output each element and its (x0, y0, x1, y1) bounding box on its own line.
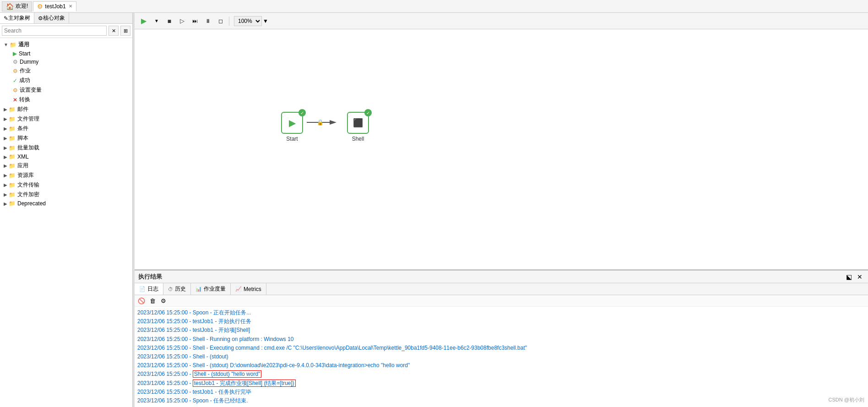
folder-icon-repo: 📁 (9, 172, 16, 179)
wf-node-start-icon: ▶ ✓ (281, 112, 303, 134)
run-dropdown-button[interactable]: ▼ (151, 16, 162, 27)
log-line-2: 2023/12/06 15:25:00 - testJob1 - 开始项[She… (137, 326, 865, 335)
welcome-icon: 🏠 (6, 3, 14, 10)
log-line-8: 2023/12/06 15:25:00 - testJob1 - 完成作业项[S… (137, 379, 865, 388)
sidebar-tab-main[interactable]: ✎ 主对象树 (0, 13, 34, 23)
tree-label-zuoye: 作业 (20, 67, 31, 75)
log-delete-btn[interactable]: 🗑 (148, 297, 157, 305)
tree-item-xml[interactable]: ▶ 📁 XML (0, 153, 132, 161)
arrow-filemanage: ▶ (4, 116, 7, 121)
step-button[interactable]: ⏭ (190, 16, 201, 27)
search-expand-button[interactable]: ⊞ (120, 26, 130, 36)
folder-icon-script: 📁 (9, 135, 16, 142)
log-content[interactable]: 2023/12/06 15:25:00 - Spoon - 正在开始任务... … (135, 307, 868, 407)
search-clear-button[interactable]: ✕ (108, 26, 119, 36)
tab-job[interactable]: ⚙ testJob1 ✕ (33, 1, 76, 11)
history-tab-icon: ⏱ (168, 286, 173, 292)
preview-button[interactable]: ▷ (177, 16, 188, 27)
log-settings-btn[interactable]: ⚙ (159, 297, 168, 305)
tree-item-start[interactable]: ▶ Start (0, 50, 132, 58)
log-clear-btn[interactable]: 🚫 (137, 297, 146, 305)
tree-label-success: 成功 (19, 77, 30, 84)
transform-icon: ✕ (13, 97, 17, 103)
shell-check-badge: ✓ (364, 109, 372, 116)
log-line-6: 2023/12/06 15:25:00 - Shell - (stdout) D… (137, 361, 865, 370)
folder-icon-xml: 📁 (9, 154, 16, 160)
tree-item-dummy[interactable]: ⚙ Dummy (0, 58, 132, 66)
tree-label-dummy: Dummy (20, 59, 38, 65)
metrics-tab-label: Metrics (244, 286, 261, 292)
log-tab-icon: 📄 (139, 286, 146, 292)
shell-play-icon: ⬛ (353, 118, 363, 128)
wf-node-shell-label: Shell (352, 136, 364, 142)
arrow-bulkload: ▶ (4, 145, 7, 150)
search-input[interactable] (2, 26, 107, 36)
tree-item-fileencrypt[interactable]: ▶ 📁 文件加密 (0, 190, 132, 199)
tree-item-condition[interactable]: ▶ 📁 条件 (0, 124, 132, 133)
tree-item-transform[interactable]: ✕ 转换 (0, 95, 132, 104)
zoom-control: 50% 75% 100% 125% 150% 200% ▼ (234, 16, 268, 26)
arrow-mail: ▶ (4, 107, 7, 112)
zoom-select[interactable]: 50% 75% 100% 125% 150% 200% (234, 16, 262, 26)
expand-button[interactable]: ⬕ (844, 272, 853, 281)
wf-node-start[interactable]: ▶ ✓ Start (281, 112, 303, 142)
svg-marker-1 (330, 120, 336, 125)
log-line-3: 2023/12/06 15:25:00 - Shell - Running on… (137, 335, 865, 344)
tree-label-repo: 资源库 (17, 171, 34, 179)
folder-icon-app: 📁 (9, 163, 16, 169)
wf-connector: 🔒 (303, 117, 347, 128)
bottom-tab-history[interactable]: ⏱ 历史 (163, 283, 191, 295)
tree-item-zuoye[interactable]: ⚙ 作业 (0, 66, 132, 76)
tree-label-deprecated: Deprecated (17, 200, 46, 207)
tree-item-repo[interactable]: ▶ 📁 资源库 (0, 170, 132, 180)
sidebar-tab-core[interactable]: ⚙ 核心对象 (34, 13, 69, 23)
tab-job-label: testJob1 (45, 3, 65, 10)
run-button[interactable]: ▶ (138, 16, 149, 27)
folder-icon-bulkload: 📁 (9, 145, 16, 151)
tree-label-filemanage: 文件管理 (17, 115, 39, 123)
tree-label-script: 脚本 (17, 134, 28, 142)
arrow-app: ▶ (4, 163, 7, 168)
folder-icon-fileencrypt: 📁 (9, 192, 16, 198)
arrow-condition: ▶ (4, 126, 7, 131)
tree-item-bulkload[interactable]: ▶ 📁 批量加载 (0, 143, 132, 153)
tree-item-mail[interactable]: ▶ 📁 邮件 (0, 104, 132, 114)
arrow-script: ▶ (4, 136, 7, 141)
bottom-tab-metrics-en[interactable]: 📈 Metrics (231, 283, 266, 295)
tree-item-app[interactable]: ▶ 📁 应用 (0, 161, 132, 170)
bottom-panel-actions: ⬕ ✕ (844, 272, 864, 281)
stop-button[interactable]: ■ (164, 16, 175, 27)
wf-node-shell[interactable]: ⬛ ✓ Shell (347, 112, 369, 142)
tree-item-filemanage[interactable]: ▶ 📁 文件管理 (0, 114, 132, 124)
arrow-deprecated: ▶ (4, 201, 7, 206)
tab-welcome[interactable]: 🏠 欢迎! (2, 1, 32, 11)
tree-item-script[interactable]: ▶ 📁 脚本 (0, 133, 132, 143)
start-check-badge: ✓ (298, 109, 306, 116)
clear-button[interactable]: ◻ (215, 16, 226, 27)
folder-icon-condition: 📁 (9, 126, 16, 132)
tree-label-start: Start (19, 50, 30, 57)
sidebar-tab-main-label: 主对象树 (8, 14, 30, 22)
tree-item-success[interactable]: ✓ 成功 (0, 76, 132, 85)
canvas-area[interactable]: ▶ ✓ Start 🔒 (135, 29, 868, 270)
bottom-tab-log[interactable]: 📄 日志 (135, 283, 163, 295)
log-line-5: 2023/12/06 15:25:00 - Shell - (stdout) (137, 352, 865, 361)
bottom-tab-metrics[interactable]: 📊 作业度量 (191, 283, 231, 295)
folder-icon-filemanage: 📁 (9, 116, 16, 122)
tree-item-general[interactable]: ▼ 📁 通用 (0, 40, 132, 50)
pause-button[interactable]: ⏸ (202, 16, 213, 27)
tree-item-setvariable[interactable]: ⚙ 设置变量 (0, 85, 132, 95)
tree-item-deprecated[interactable]: ▶ 📁 Deprecated (0, 199, 132, 208)
tree-label-transform: 转换 (19, 96, 30, 104)
arrow-repo: ▶ (4, 173, 7, 178)
connector-svg: 🔒 (307, 117, 343, 128)
sidebar-tree: ▼ 📁 通用 ▶ Start ⚙ Dummy ⚙ 作业 ✓ 成功 (0, 38, 132, 407)
tree-label-fileencrypt: 文件加密 (17, 191, 39, 198)
log-line-0: 2023/12/06 15:25:00 - Spoon - 正在开始任务... (137, 308, 865, 317)
close-panel-button[interactable]: ✕ (855, 272, 864, 281)
start-icon: ▶ (13, 50, 17, 57)
folder-icon-general: 📁 (10, 42, 16, 48)
tree-item-filetransfer[interactable]: ▶ 📁 文件传输 (0, 180, 132, 190)
tab-job-close[interactable]: ✕ (69, 4, 72, 9)
tree-label-bulkload: 批量加载 (17, 144, 39, 152)
